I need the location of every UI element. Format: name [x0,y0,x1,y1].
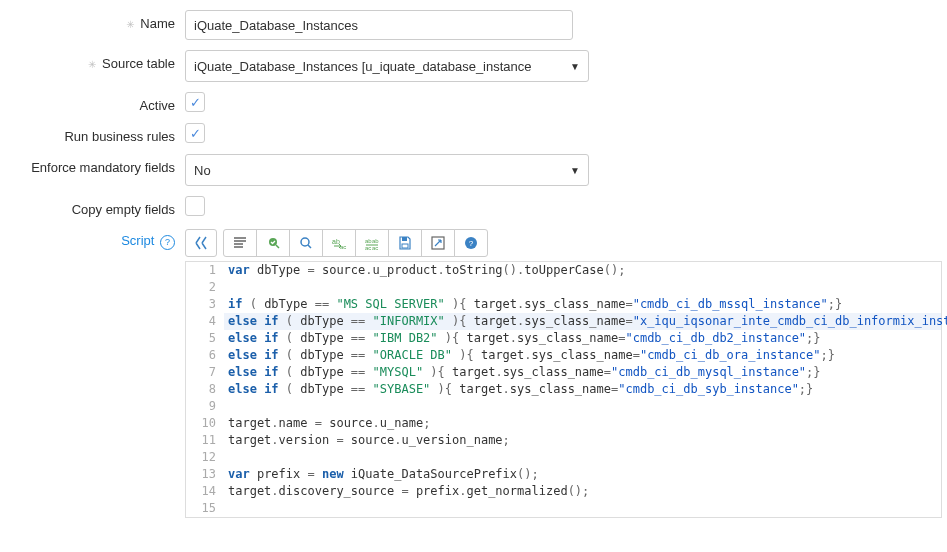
line-number: 5 [186,330,224,347]
format-icon [232,235,248,251]
line-number: 8 [186,381,224,398]
toolbar-group: abac ababacac ? [223,229,488,257]
code-content: target.discovery_source = prefix.get_nor… [224,483,941,500]
row-script: Script ? a [0,229,947,518]
svg-text:ab: ab [372,238,379,244]
label-active: Active [0,92,185,113]
check-syntax-icon [265,235,281,251]
code-content [224,449,941,466]
line-number: 4 [186,313,224,330]
svg-point-1 [301,238,309,246]
svg-point-0 [269,238,277,246]
code-line[interactable]: 6else if ( dbType == "ORACLE DB" ){ targ… [186,347,941,364]
code-line[interactable]: 9 [186,398,941,415]
label-enforce: Enforce mandatory fields [0,154,185,175]
line-number: 14 [186,483,224,500]
script-toolbar: abac ababacac ? [185,229,947,257]
line-number: 13 [186,466,224,483]
code-content [224,398,941,415]
svg-rect-9 [402,244,408,248]
row-run-rules: Run business rules [0,123,947,144]
script-editor[interactable]: 1var dbType = source.u_product.toString(… [185,261,942,518]
code-line[interactable]: 3if ( dbType == "MS SQL SERVER" ){ targe… [186,296,941,313]
row-copy-empty: Copy empty fields [0,196,947,219]
code-line[interactable]: 5else if ( dbType == "IBM DB2" ){ target… [186,330,941,347]
code-line[interactable]: 8else if ( dbType == "SYBASE" ){ target.… [186,381,941,398]
code-content: else if ( dbType == "SYBASE" ){ target.s… [224,381,941,398]
row-enforce: Enforce mandatory fields No ▼ [0,154,947,186]
replace-next-button[interactable]: abac [322,229,356,257]
label-source-table-text: Source table [102,56,175,71]
caret-down-icon: ▼ [570,165,580,176]
code-line[interactable]: 11target.version = source.u_version_name… [186,432,941,449]
fullscreen-button[interactable] [421,229,455,257]
line-number: 1 [186,262,224,279]
svg-text:?: ? [469,239,474,248]
enforce-value: No [194,163,211,178]
help-icon[interactable]: ? [160,235,175,250]
code-line[interactable]: 13var prefix = new iQuate_DataSourcePref… [186,466,941,483]
row-name: ✳ Name [0,10,947,40]
code-content [224,500,941,517]
code-line[interactable]: 2 [186,279,941,296]
svg-text:ac: ac [365,245,371,251]
code-content: target.name = source.u_name; [224,415,941,432]
copy-empty-checkbox[interactable] [185,196,205,216]
search-button[interactable] [289,229,323,257]
label-name-text: Name [140,16,175,31]
svg-text:ac: ac [340,244,346,250]
replace-next-icon: abac [331,235,347,251]
label-script: Script ? [0,229,185,250]
line-number: 3 [186,296,224,313]
svg-text:ac: ac [372,245,378,251]
transform-map-form: ✳ Name ✳ Source table iQuate_Database_In… [0,0,947,538]
check-syntax-button[interactable] [256,229,290,257]
active-checkbox[interactable] [185,92,205,112]
code-content: var dbType = source.u_product.toString()… [224,262,941,279]
caret-down-icon: ▼ [570,61,580,72]
save-button[interactable] [388,229,422,257]
replace-all-button[interactable]: ababacac [355,229,389,257]
svg-rect-8 [402,237,407,241]
help-button[interactable]: ? [454,229,488,257]
code-content: else if ( dbType == "IBM DB2" ){ target.… [224,330,941,347]
row-source-table: ✳ Source table iQuate_Database_Instances… [0,50,947,82]
code-line[interactable]: 4else if ( dbType == "INFORMIX" ){ targe… [186,313,941,330]
code-line[interactable]: 15 [186,500,941,517]
line-number: 15 [186,500,224,517]
code-line[interactable]: 14target.discovery_source = prefix.get_n… [186,483,941,500]
toggle-syntax-button[interactable] [185,229,217,257]
format-button[interactable] [223,229,257,257]
label-source-table: ✳ Source table [0,50,185,71]
label-copy-empty: Copy empty fields [0,196,185,217]
enforce-select[interactable]: No ▼ [185,154,589,186]
code-line[interactable]: 10target.name = source.u_name; [186,415,941,432]
svg-text:ab: ab [332,238,340,245]
code-content: target.version = source.u_version_name; [224,432,941,449]
toggle-syntax-icon [193,235,209,251]
line-number: 7 [186,364,224,381]
label-script-text: Script [121,233,154,248]
source-table-select[interactable]: iQuate_Database_Instances [u_iquate_data… [185,50,589,82]
line-number: 12 [186,449,224,466]
row-active: Active [0,92,947,113]
code-line[interactable]: 1var dbType = source.u_product.toString(… [186,262,941,279]
name-input[interactable] [185,10,573,40]
code-line[interactable]: 12 [186,449,941,466]
code-content: else if ( dbType == "INFORMIX" ){ target… [224,313,947,330]
line-number: 6 [186,347,224,364]
code-line[interactable]: 7else if ( dbType == "MYSQL" ){ target.s… [186,364,941,381]
line-number: 10 [186,415,224,432]
run-rules-checkbox[interactable] [185,123,205,143]
search-icon [298,235,314,251]
fullscreen-icon [430,235,446,251]
code-content: var prefix = new iQuate_DataSourcePrefix… [224,466,941,483]
code-content: if ( dbType == "MS SQL SERVER" ){ target… [224,296,941,313]
label-name: ✳ Name [0,10,185,31]
label-run-rules: Run business rules [0,123,185,144]
line-number: 9 [186,398,224,415]
line-number: 2 [186,279,224,296]
source-table-value: iQuate_Database_Instances [u_iquate_data… [194,59,532,74]
help-circle-icon: ? [463,235,479,251]
save-icon [397,235,413,251]
